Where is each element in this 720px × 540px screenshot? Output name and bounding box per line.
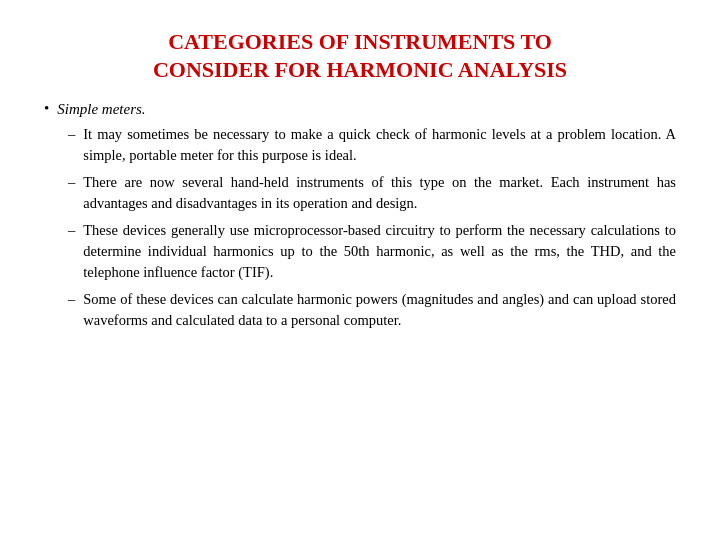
title-line2: CONSIDER FOR HARMONIC ANALYSIS	[44, 56, 676, 84]
dash-4: –	[68, 289, 75, 310]
content-area: • Simple meters. – It may sometimes be n…	[44, 99, 676, 512]
sub-items-list: – It may sometimes be necessary to make …	[68, 124, 676, 331]
sub-text-2: There are now several hand-held instrume…	[83, 172, 676, 214]
sub-item-4: – Some of these devices can calculate ha…	[68, 289, 676, 331]
bullet-dot: •	[44, 100, 49, 117]
sub-text-4: Some of these devices can calculate harm…	[83, 289, 676, 331]
dash-1: –	[68, 124, 75, 145]
dash-3: –	[68, 220, 75, 241]
title-line1: CATEGORIES OF INSTRUMENTS TO	[44, 28, 676, 56]
bullet-label: Simple meters.	[57, 99, 145, 120]
sub-text-3: These devices generally use microprocess…	[83, 220, 676, 283]
sub-item-1: – It may sometimes be necessary to make …	[68, 124, 676, 166]
dash-2: –	[68, 172, 75, 193]
sub-text-1: It may sometimes be necessary to make a …	[83, 124, 676, 166]
page: CATEGORIES OF INSTRUMENTS TO CONSIDER FO…	[0, 0, 720, 540]
sub-item-2: – There are now several hand-held instru…	[68, 172, 676, 214]
main-bullet: • Simple meters.	[44, 99, 676, 120]
sub-item-3: – These devices generally use microproce…	[68, 220, 676, 283]
page-title: CATEGORIES OF INSTRUMENTS TO CONSIDER FO…	[44, 28, 676, 83]
